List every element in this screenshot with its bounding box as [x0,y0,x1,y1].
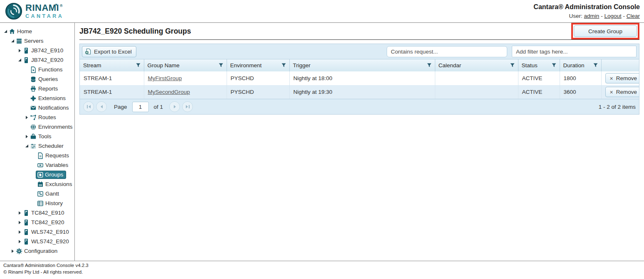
cell-stream: STREAM-1 [80,85,144,99]
tree-collapse-icon[interactable] [9,38,16,44]
sidebar-item-queries[interactable]: Queries [0,74,74,84]
remove-button[interactable]: ×Remove [605,87,639,97]
console-title: Cantara® Administration Console [533,2,640,12]
remove-button[interactable]: ×Remove [605,73,639,83]
sidebar-item-variables[interactable]: Variables [0,160,74,170]
gear-icon [16,248,22,255]
sidebar-item-jb742-e910[interactable]: JB742_E910 [0,46,74,55]
logout-link[interactable]: Logout [604,13,621,19]
filter-icon[interactable] [219,63,223,68]
cell-environment: PYSCHD [227,71,289,85]
sidebar-item-scheduler[interactable]: Scheduler [0,141,74,151]
sidebar-item-gantt[interactable]: Gantt [0,189,74,198]
groups-table: Stream Group Name Environment Trigger Ca… [80,59,639,99]
gantt-icon [37,191,44,197]
tree-collapse-icon[interactable] [16,57,23,64]
tree-expand-icon[interactable] [16,47,23,54]
sidebar-item-jb742-e920[interactable]: JB742_E920 [0,55,74,65]
filter-icon[interactable] [136,63,141,68]
first-page-icon [87,105,88,108]
column-header-environment[interactable]: Environment [227,59,289,71]
sidebar-item-requests[interactable]: Requests [0,151,74,160]
footer-version-line: Cantara® Administration Console v4.2.3 [3,262,641,269]
sidebar-item-notifications[interactable]: Notifications [0,103,74,113]
contains-request-input[interactable] [387,46,507,57]
column-header-trigger[interactable]: Trigger [289,59,435,71]
scheduling-groups-grid: Export to Excel Stream Group Name En [79,44,639,115]
tree-expand-icon[interactable] [16,238,23,245]
sidebar-item-home[interactable]: Home [0,27,74,36]
sidebar-item-reports[interactable]: Reports [0,84,74,93]
tree-expand-icon[interactable] [9,248,16,255]
filter-icon[interactable] [552,63,556,68]
registered-mark: ® [60,4,63,8]
filter-tags-input[interactable] [512,46,637,57]
tree-collapse-icon[interactable] [23,143,30,149]
queries-icon [30,76,37,83]
group-name-link[interactable]: MySecondGroup [148,89,190,95]
reports-icon [30,86,37,92]
export-to-excel-button[interactable]: Export to Excel [82,46,136,57]
server-icon [23,210,30,216]
routes-icon [30,114,37,121]
user-name-link[interactable]: admin [584,13,600,19]
sidebar-item-exclusions[interactable]: Exclusions [0,179,74,189]
tree-expand-icon[interactable] [16,219,23,226]
previous-page-icon [101,105,103,108]
filter-icon[interactable] [510,63,515,68]
cell-trigger: Nightly at 19:30 [289,85,435,99]
sidebar-item-routes[interactable]: Routes [0,113,74,122]
filter-icon[interactable] [281,63,286,68]
cell-status: ACTIVE [518,71,560,85]
column-header-status[interactable]: Status [518,59,560,71]
sidebar-item-configuration[interactable]: Configuration [0,246,74,256]
sidebar-item-wls742-e910[interactable]: WLS742_E910 [0,227,74,237]
column-header-group-name[interactable]: Group Name [144,59,227,71]
cell-duration: 3600 [560,85,601,99]
app-window: RINAMI▼® CANTARA Cantara® Administration… [0,0,644,279]
page-number-input[interactable] [132,102,149,112]
column-header-stream[interactable]: Stream [80,59,144,71]
sidebar-item-environments[interactable]: Environments [0,122,74,132]
sidebar-item-functions[interactable]: Functions [0,65,74,74]
tree-expand-icon[interactable] [23,114,30,121]
environments-icon [30,124,37,130]
last-page-button[interactable] [182,101,193,112]
exclusions-icon [37,181,44,188]
column-header-actions [601,59,639,71]
cell-environment: PYSCHD [227,85,289,99]
page-title: JB742_E920 Scheduling Groups [79,27,191,36]
next-page-button[interactable] [169,101,180,112]
tree-expand-icon[interactable] [16,229,23,235]
table-row: STREAM-1 MyFirstGroup PYSCHD Nightly at … [80,71,639,85]
sidebar-item-wls742-e920[interactable]: WLS742_E920 [0,237,74,246]
create-group-button[interactable]: Create Group [574,25,637,37]
tree-expand-icon[interactable] [16,210,23,216]
first-page-button[interactable] [83,101,94,112]
footer-copyright-line: © Rinami Pty Ltd - All rights reserved. [3,269,641,276]
home-icon [9,28,15,35]
column-header-duration[interactable]: Duration [560,59,601,71]
group-name-link[interactable]: MyFirstGroup [148,75,182,81]
clear-link[interactable]: Clear [627,13,640,19]
tree-expand-icon[interactable] [23,133,30,140]
filter-icon[interactable] [593,63,598,68]
cell-stream: STREAM-1 [80,71,144,85]
last-page-icon [186,105,188,108]
sidebar-item-groups[interactable]: Groups [0,170,74,179]
sidebar-item-tc842-e910[interactable]: TC842_E910 [0,208,74,218]
sidebar-item-history[interactable]: History [0,198,74,208]
sidebar-item-servers[interactable]: Servers [0,36,74,46]
column-header-calendar[interactable]: Calendar [435,59,518,71]
sidebar-item-extensions[interactable]: Extensions [0,93,74,103]
extensions-icon [30,95,37,102]
server-icon [23,238,30,245]
servers-icon [16,38,22,44]
sidebar-item-tc842-e920[interactable]: TC842_E920 [0,218,74,227]
tree-collapse-icon[interactable] [2,28,9,35]
navigation-tree: Home Servers JB742_E910 JB742_E920 Funct… [0,23,75,261]
filter-icon[interactable] [427,63,432,68]
previous-page-button[interactable] [96,101,107,112]
sidebar-item-tools[interactable]: Tools [0,132,74,141]
selected-item-highlight[interactable]: Groups [36,171,66,179]
